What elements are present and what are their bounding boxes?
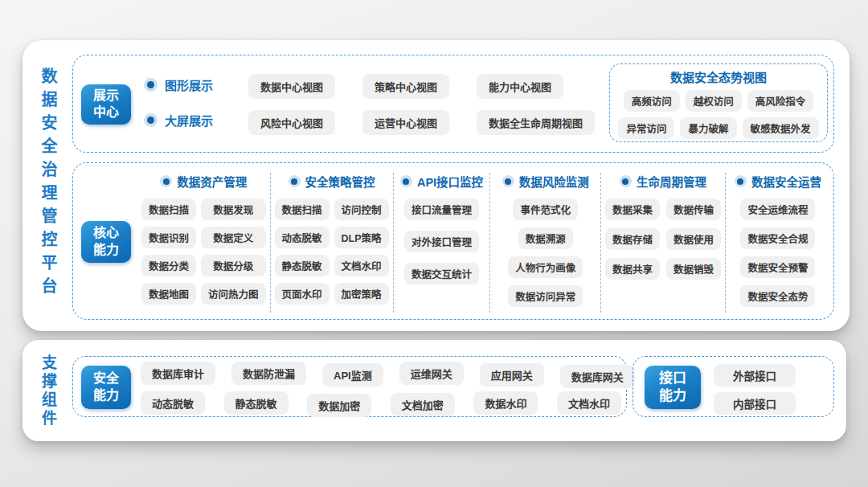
security-item: 数据水印 xyxy=(473,391,538,415)
column-header-label: API接口监控 xyxy=(417,173,483,190)
situation-row-1: 高频访问 越权访问 高风险指令 xyxy=(624,90,814,112)
capability-item: 访问控制 xyxy=(334,198,389,220)
capability-item: 安全运维流程 xyxy=(740,198,815,220)
capability-item: 文档水印 xyxy=(334,255,389,276)
bullet-icon xyxy=(735,175,747,187)
column-items: 数据扫描 数据发现 数据识别 数据定义 数据分类 数据分级 数据地图 访问热力图 xyxy=(141,198,266,305)
column-items: 数据采集 数据传输 数据存储 数据使用 数据共享 数据销毁 xyxy=(605,198,721,280)
platform-vertical-title: 数据安全治理管控平台 xyxy=(37,68,60,301)
situation-item: 异常访问 xyxy=(618,117,674,139)
column-header-label: 生命周期管理 xyxy=(637,173,706,190)
column-data-security-operations: 数据安全运营 安全运维流程 数据安全合规 数据安全预警 数据安全态势 xyxy=(726,173,830,313)
bullet-icon xyxy=(144,113,158,127)
situation-items: 高频访问 越权访问 高风险指令 异常访问 暴力破解 敏感数据外发 xyxy=(610,90,827,139)
capability-item: 数据销毁 xyxy=(666,258,721,280)
capability-item: 数据地图 xyxy=(141,283,196,305)
views-row-2: 风险中心视图 运营中心视图 数据全生命周期视图 xyxy=(248,110,595,135)
column-data-risk-monitoring: 数据风险监测 事件范式化 数据溯源 人物行为画像 数据访问异常 xyxy=(490,173,601,313)
security-item: 动态脱敏 xyxy=(141,391,205,415)
capability-item: 静态脱敏 xyxy=(275,255,330,276)
column-header: 生命周期管理 xyxy=(620,173,706,190)
bullet-icon xyxy=(289,175,301,187)
column-header: API接口监控 xyxy=(400,173,483,190)
capability-item: 数据传输 xyxy=(666,198,721,220)
view-item: 数据中心视图 xyxy=(248,74,335,99)
bullet-icon xyxy=(400,175,412,187)
security-items: 数据库审计 数据防泄漏 API监测 运维网关 应用网关 数据库网关 动态脱敏 静… xyxy=(141,362,621,415)
capability-item: 数据交互统计 xyxy=(404,263,479,284)
interface-items: 外部接口 内部接口 xyxy=(714,364,796,415)
capability-item: 数据安全预警 xyxy=(740,256,815,278)
situation-item: 高风险指令 xyxy=(747,90,814,112)
security-item: 应用网关 xyxy=(480,363,544,387)
capability-item: 访问热力图 xyxy=(201,283,266,305)
column-lifecycle-management: 生命周期管理 数据采集 数据传输 数据存储 数据使用 数据共享 数据销毁 xyxy=(601,173,726,313)
mode-large-screen-display: 大屏展示 xyxy=(144,112,213,129)
capability-item: 数据安全合规 xyxy=(740,227,815,249)
core-columns: 数据资产管理 数据扫描 数据发现 数据识别 数据定义 数据分类 数据分级 数据地… xyxy=(137,173,830,313)
column-header: 数据安全运营 xyxy=(735,173,821,190)
capability-item: 对外接口管理 xyxy=(404,231,479,252)
security-item: 文档水印 xyxy=(557,391,621,415)
security-item: 静态脱敏 xyxy=(224,391,289,415)
view-item: 数据全生命周期视图 xyxy=(477,110,595,135)
capability-item: 接口流量管理 xyxy=(404,198,479,220)
capability-item: 数据识别 xyxy=(141,227,196,248)
capability-item: 数据扫描 xyxy=(141,198,196,220)
bullet-icon xyxy=(160,175,172,187)
interface-capabilities-section: 接口 能力 外部接口 内部接口 xyxy=(633,356,834,417)
situation-item: 敏感数据外发 xyxy=(743,117,819,139)
core-capabilities-badge: 核心 能力 xyxy=(81,221,131,263)
support-vertical-title: 支撑组件 xyxy=(37,354,59,428)
core-capabilities-section: 核心 能力 数据资产管理 数据扫描 数据发现 数据识别 数据定义 数据分类 数据… xyxy=(72,162,834,320)
capability-item: 人物行为画像 xyxy=(508,256,583,278)
capability-item: 数据分级 xyxy=(201,255,266,276)
column-header-label: 数据风险监测 xyxy=(519,173,589,190)
support-components-panel: 支撑组件 安全 能力 数据库审计 数据防泄漏 API监测 运维网关 应用网关 数… xyxy=(23,340,846,441)
security-row-1: 数据库审计 数据防泄漏 API监测 运维网关 应用网关 数据库网关 xyxy=(141,362,621,385)
situation-item: 越权访问 xyxy=(686,90,742,112)
security-row-2: 动态脱敏 静态脱敏 数据加密 文档加密 数据水印 文档水印 xyxy=(141,391,621,415)
capability-item: 数据定义 xyxy=(201,227,266,248)
security-item: 数据库网关 xyxy=(560,365,635,388)
column-security-policy-control: 安全策略管控 数据扫描 访问控制 动态脱敏 DLP策略 静态脱敏 文档水印 页面… xyxy=(271,173,394,313)
bullet-icon xyxy=(502,175,514,187)
interface-item: 外部接口 xyxy=(714,364,796,387)
capability-item: 数据采集 xyxy=(605,198,660,220)
capability-item: 数据共享 xyxy=(605,258,660,280)
column-items: 接口流量管理 对外接口管理 数据交互统计 xyxy=(404,198,479,284)
situation-item: 暴力破解 xyxy=(680,117,736,139)
capability-item: 数据分类 xyxy=(141,255,196,276)
security-item: 文档加密 xyxy=(391,393,455,416)
capability-item: 数据访问异常 xyxy=(508,285,583,307)
capability-item: 数据安全态势 xyxy=(740,285,815,307)
interface-item: 内部接口 xyxy=(714,392,796,415)
situation-title: 数据安全态势视图 xyxy=(610,68,827,85)
views-row-1: 数据中心视图 策略中心视图 能力中心视图 xyxy=(248,74,563,99)
column-header-label: 数据安全运营 xyxy=(751,173,821,190)
security-capabilities-badge: 安全 能力 xyxy=(81,366,131,409)
situation-row-2: 异常访问 暴力破解 敏感数据外发 xyxy=(618,117,818,139)
column-header: 安全策略管控 xyxy=(289,173,375,190)
governance-platform-panel: 数据安全治理管控平台 展示 中心 图形展示 大屏展示 数据中心视图 策略中心视图… xyxy=(23,40,850,331)
mode-graphic-display: 图形展示 xyxy=(144,76,213,93)
security-capabilities-section: 安全 能力 数据库审计 数据防泄漏 API监测 运维网关 应用网关 数据库网关 … xyxy=(72,356,627,417)
situation-item: 高频访问 xyxy=(624,90,680,112)
security-item: 运维网关 xyxy=(399,362,464,385)
capability-item: 数据使用 xyxy=(666,228,721,250)
column-items: 数据扫描 访问控制 动态脱敏 DLP策略 静态脱敏 文档水印 页面水印 加密策略 xyxy=(275,198,389,305)
capability-item: 事件范式化 xyxy=(513,198,578,220)
capability-item: 数据扫描 xyxy=(275,198,330,220)
mode-label: 大屏展示 xyxy=(165,112,213,129)
capability-item: 数据存储 xyxy=(605,228,660,250)
security-item: 数据库审计 xyxy=(141,362,215,385)
column-header: 数据风险监测 xyxy=(502,173,589,190)
view-item: 运营中心视图 xyxy=(362,110,449,135)
capability-item: 页面水印 xyxy=(275,283,330,305)
display-center-badge: 展示 中心 xyxy=(81,84,131,125)
column-items: 事件范式化 数据溯源 人物行为画像 数据访问异常 xyxy=(508,198,583,307)
column-data-asset-management: 数据资产管理 数据扫描 数据发现 数据识别 数据定义 数据分类 数据分级 数据地… xyxy=(137,173,271,313)
security-item: API监测 xyxy=(322,363,383,387)
security-situation-section: 数据安全态势视图 高频访问 越权访问 高风险指令 异常访问 暴力破解 敏感数据外… xyxy=(609,63,828,142)
view-item: 策略中心视图 xyxy=(362,74,449,99)
